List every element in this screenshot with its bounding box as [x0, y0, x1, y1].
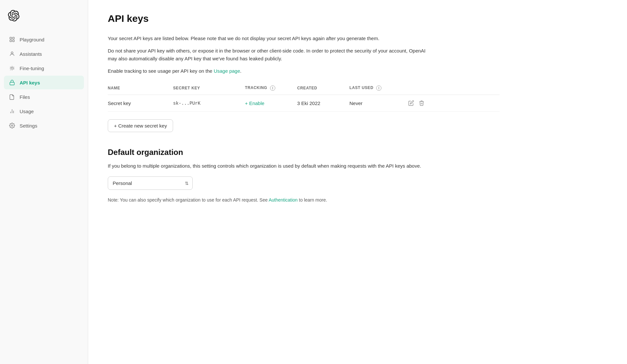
page-title: API keys: [108, 13, 607, 24]
description-para3-suffix: .: [240, 68, 241, 74]
row-secret-key: sk-...PUrK: [173, 95, 245, 112]
sidebar-label-api-keys: API keys: [20, 80, 40, 85]
row-name: Secret key: [108, 95, 173, 112]
sidebar: Playground Assistants Fine-tuning: [0, 0, 88, 364]
playground-icon: [8, 36, 16, 43]
sidebar-navigation: Playground Assistants Fine-tuning: [0, 33, 88, 132]
sidebar-item-playground[interactable]: Playground: [4, 33, 84, 46]
description-para3: Enable tracking to see usage per API key…: [108, 67, 428, 75]
description-para3-prefix: Enable tracking to see usage per API key…: [108, 68, 214, 74]
description-para2: Do not share your API key with others, o…: [108, 47, 428, 63]
col-header-name: NAME: [108, 82, 173, 95]
svg-rect-6: [10, 82, 14, 85]
sidebar-item-fine-tuning[interactable]: Fine-tuning: [4, 61, 84, 75]
col-header-created: CREATED: [297, 82, 349, 95]
fine-tuning-icon: [8, 65, 16, 72]
usage-page-link[interactable]: Usage page: [214, 68, 240, 74]
svg-rect-0: [10, 37, 11, 39]
last-used-info-icon: i: [376, 85, 381, 91]
svg-point-10: [11, 125, 13, 127]
sidebar-item-api-keys[interactable]: API keys: [4, 76, 84, 89]
authentication-link[interactable]: Authentication: [269, 197, 298, 203]
col-header-secret-key: SECRET KEY: [173, 82, 245, 95]
svg-point-5: [11, 67, 13, 69]
svg-rect-2: [10, 40, 11, 42]
sidebar-label-usage: Usage: [20, 109, 34, 114]
row-last-used: Never: [349, 95, 408, 112]
sidebar-item-assistants[interactable]: Assistants: [4, 47, 84, 61]
sidebar-label-fine-tuning: Fine-tuning: [20, 66, 44, 71]
sidebar-item-usage[interactable]: Usage: [4, 104, 84, 118]
sidebar-label-playground: Playground: [20, 37, 44, 42]
sidebar-item-files[interactable]: Files: [4, 90, 84, 104]
sidebar-label-assistants: Assistants: [20, 51, 42, 57]
assistants-icon: [8, 50, 16, 57]
default-org-title: Default organization: [108, 148, 607, 157]
usage-icon: [8, 108, 16, 115]
sidebar-item-settings[interactable]: Settings: [4, 119, 84, 132]
row-actions: [408, 95, 500, 112]
org-select[interactable]: Personal: [108, 176, 193, 190]
create-secret-key-button[interactable]: + Create new secret key: [108, 119, 173, 132]
default-org-section: Default organization If you belong to mu…: [108, 148, 607, 204]
description-block: Your secret API keys are listed below. P…: [108, 35, 428, 75]
default-org-desc: If you belong to multiple organizations,…: [108, 162, 428, 170]
table-header-row: NAME SECRET KEY TRACKING i CREATED LAST …: [108, 82, 500, 95]
api-keys-table: NAME SECRET KEY TRACKING i CREATED LAST …: [108, 82, 500, 112]
api-keys-icon: [8, 79, 16, 86]
delete-key-button[interactable]: [419, 100, 425, 106]
main-content: API keys Your secret API keys are listed…: [88, 0, 627, 364]
svg-point-4: [11, 52, 13, 54]
tracking-info-icon: i: [270, 85, 275, 91]
note-text: Note: You can also specify which organiz…: [108, 196, 428, 204]
org-select-wrapper: Personal ⇅: [108, 176, 193, 190]
col-header-last-used: LAST USED i: [349, 82, 408, 95]
col-header-tracking: TRACKING i: [245, 82, 297, 95]
sidebar-label-settings: Settings: [20, 123, 37, 129]
svg-rect-1: [13, 37, 14, 39]
description-para1: Your secret API keys are listed below. P…: [108, 35, 428, 42]
edit-key-button[interactable]: [408, 100, 414, 106]
files-icon: [8, 93, 16, 100]
svg-rect-3: [13, 40, 14, 42]
settings-icon: [8, 122, 16, 129]
app-logo: [0, 7, 88, 33]
row-created: 3 Eki 2022: [297, 95, 349, 112]
col-header-actions: [408, 82, 500, 95]
table-row: Secret key sk-...PUrK + Enable 3 Eki 202…: [108, 95, 500, 112]
row-tracking[interactable]: + Enable: [245, 95, 297, 112]
sidebar-label-files: Files: [20, 94, 30, 100]
